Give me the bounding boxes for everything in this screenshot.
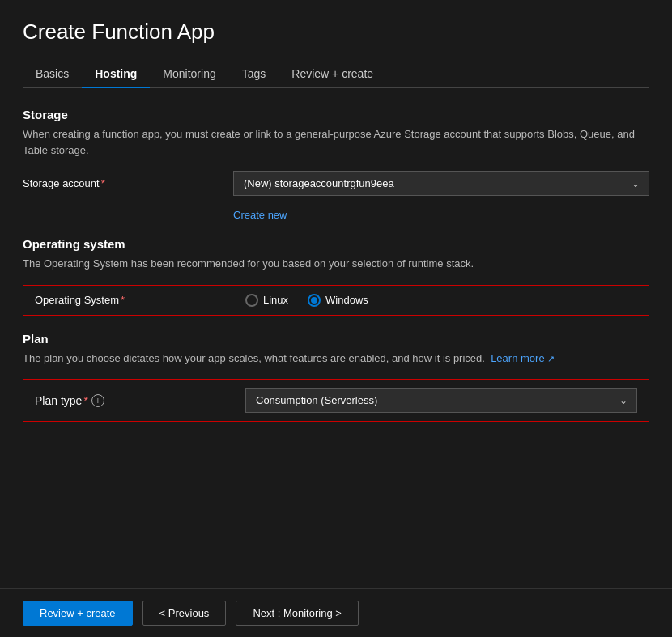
storage-section: Storage When creating a function app, yo… — [23, 108, 649, 221]
tab-tags[interactable]: Tags — [229, 61, 279, 88]
os-label: Operating System* — [35, 294, 245, 306]
external-link-icon: ↗ — [547, 354, 555, 363]
os-windows-label: Windows — [325, 294, 368, 306]
plan-required-marker: * — [83, 394, 87, 407]
create-new-link[interactable]: Create new — [233, 209, 287, 221]
storage-account-select-wrapper: (New) storageaccountrgfun9eea ⌄ — [233, 171, 649, 196]
tab-bar: Basics Hosting Monitoring Tags Review + … — [23, 61, 649, 88]
os-section-desc: The Operating System has been recommende… — [23, 256, 649, 272]
storage-section-title: Storage — [23, 108, 649, 121]
plan-learn-more-link[interactable]: Learn more — [491, 352, 544, 364]
storage-required-marker: * — [101, 177, 105, 189]
os-windows-option[interactable]: Windows — [308, 294, 368, 307]
plan-type-select[interactable]: Consumption (Serverless) — [245, 388, 637, 413]
os-section-title: Operating system — [23, 237, 649, 251]
storage-account-label: Storage account* — [23, 177, 233, 189]
plan-type-label-wrapper: Plan type * i — [35, 394, 245, 407]
tab-monitoring[interactable]: Monitoring — [150, 61, 228, 88]
os-linux-radio[interactable] — [245, 294, 258, 307]
plan-section-title: Plan — [23, 332, 649, 346]
plan-section: Plan The plan you choose dictates how yo… — [23, 332, 649, 423]
footer: Review + create < Previous Next : Monito… — [0, 588, 672, 637]
operating-system-section: Operating system The Operating System ha… — [23, 237, 649, 316]
storage-account-row: Storage account* (New) storageaccountrgf… — [23, 171, 649, 196]
tab-hosting[interactable]: Hosting — [82, 61, 150, 88]
os-linux-label: Linux — [263, 294, 288, 306]
os-linux-option[interactable]: Linux — [245, 294, 288, 307]
os-windows-radio[interactable] — [308, 294, 321, 307]
next-button[interactable]: Next : Monitoring > — [236, 601, 358, 626]
os-row-highlighted: Operating System* Linux Windows — [23, 285, 649, 316]
plan-info-icon[interactable]: i — [91, 394, 104, 407]
plan-type-select-wrapper: Consumption (Serverless) ⌄ — [245, 388, 637, 413]
storage-section-desc: When creating a function app, you must c… — [23, 126, 649, 158]
storage-account-select[interactable]: (New) storageaccountrgfun9eea — [233, 171, 649, 196]
plan-type-row-highlighted: Plan type * i Consumption (Serverless) ⌄ — [23, 379, 649, 422]
tab-basics[interactable]: Basics — [23, 61, 82, 88]
os-radio-group: Linux Windows — [245, 294, 368, 307]
plan-section-desc: The plan you choose dictates how your ap… — [23, 350, 649, 367]
review-create-button[interactable]: Review + create — [23, 601, 133, 626]
plan-type-label: Plan type — [35, 394, 82, 407]
tab-review-create[interactable]: Review + create — [279, 61, 386, 88]
previous-button[interactable]: < Previous — [142, 601, 227, 626]
os-required-marker: * — [121, 294, 125, 306]
page-title: Create Function App — [23, 19, 649, 45]
